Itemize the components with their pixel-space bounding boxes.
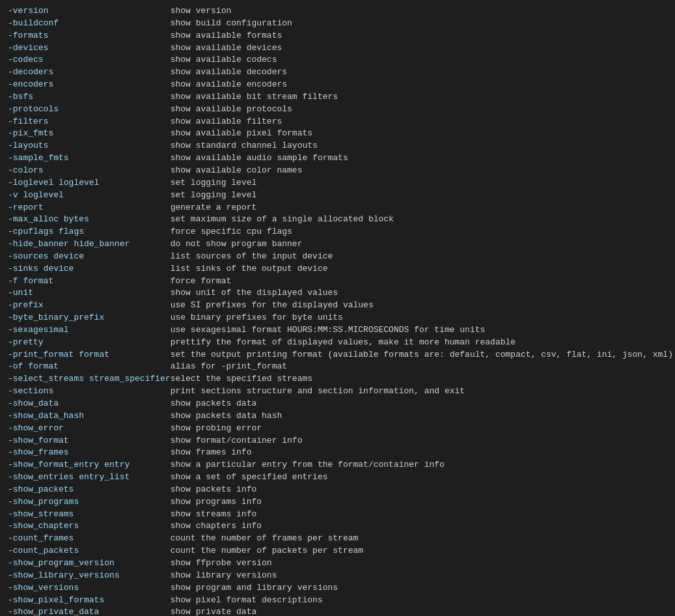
flag-text: -pix_fmts bbox=[8, 128, 171, 138]
flag-text: -loglevel loglevel bbox=[8, 178, 171, 188]
flag-text: -decoders bbox=[8, 67, 171, 77]
flag-text: -formats bbox=[8, 31, 171, 40]
desc-text: show version bbox=[171, 6, 232, 16]
desc-text: show streams info bbox=[171, 509, 257, 519]
flag-text: -bsfs bbox=[8, 92, 171, 102]
desc-text: show standard channel layouts bbox=[171, 141, 318, 150]
flag-text: -show_data bbox=[8, 399, 171, 408]
terminal-output: -version show version -buildconf show bu… bbox=[8, 5, 667, 616]
desc-text: show packets info bbox=[171, 484, 257, 494]
desc-text: show available codecs bbox=[171, 55, 277, 64]
flag-text: -show_library_versions bbox=[8, 570, 171, 580]
flag-text: -protocols bbox=[8, 104, 171, 114]
flag-text: -show_entries entry_list bbox=[8, 472, 171, 482]
flag-text: -sinks device bbox=[8, 264, 171, 273]
desc-text: show library versions bbox=[171, 570, 277, 580]
flag-text: -max_alloc bytes bbox=[8, 214, 171, 224]
desc-text: show probing error bbox=[171, 423, 262, 433]
desc-text: show unit of the displayed values bbox=[171, 288, 338, 298]
desc-text: show available encoders bbox=[171, 79, 287, 89]
desc-text: print sections structure and section inf… bbox=[171, 386, 465, 396]
flag-text: -byte_binary_prefix bbox=[8, 313, 171, 322]
flag-text: -show_chapters bbox=[8, 521, 171, 531]
desc-text: prettify the format of displayed values,… bbox=[171, 337, 516, 347]
flag-text: -sexagesimal bbox=[8, 325, 171, 335]
desc-text: alias for -print_format bbox=[171, 361, 287, 371]
flag-text: -cpuflags flags bbox=[8, 227, 171, 236]
desc-text: show available protocols bbox=[171, 104, 292, 114]
flag-text: -show_format bbox=[8, 436, 171, 445]
flag-text: -show_error bbox=[8, 423, 171, 433]
desc-text: show ffprobe version bbox=[171, 558, 272, 568]
flag-text: -unit bbox=[8, 288, 171, 298]
desc-text: show a set of specified entries bbox=[171, 472, 328, 482]
flag-text: -sources device bbox=[8, 251, 171, 261]
desc-text: show available formats bbox=[171, 31, 282, 40]
flag-text: -report bbox=[8, 203, 171, 212]
flag-text: -show_versions bbox=[8, 583, 171, 593]
desc-text: show chapters info bbox=[171, 521, 262, 531]
desc-text: set logging level bbox=[171, 190, 257, 200]
flag-text: -codecs bbox=[8, 55, 171, 64]
desc-text: set logging level bbox=[171, 178, 257, 188]
flag-text: -layouts bbox=[8, 141, 171, 150]
desc-text: generate a report bbox=[171, 203, 257, 212]
flag-text: -show_data_hash bbox=[8, 411, 171, 421]
desc-text: show a particular entry from the format/… bbox=[171, 460, 445, 469]
flag-text: -pretty bbox=[8, 337, 171, 347]
desc-text: set maximum size of a single allocated b… bbox=[171, 214, 394, 224]
desc-text: list sources of the input device bbox=[171, 251, 333, 261]
flag-text: -filters bbox=[8, 117, 171, 126]
flag-text: -prefix bbox=[8, 300, 171, 310]
desc-text: show pixel format descriptions bbox=[171, 595, 323, 605]
desc-text: set the output printing format (availabl… bbox=[171, 350, 673, 359]
desc-text: show programs info bbox=[171, 497, 262, 507]
flag-text: -show_programs bbox=[8, 497, 171, 507]
flag-text: -count_packets bbox=[8, 546, 171, 555]
desc-text: force format bbox=[171, 276, 232, 286]
flag-text: -sections bbox=[8, 386, 171, 396]
desc-text: show format/container info bbox=[171, 436, 303, 445]
desc-text: force specific cpu flags bbox=[171, 227, 292, 236]
flag-text: -encoders bbox=[8, 79, 171, 89]
flag-text: -show_private_data bbox=[8, 607, 171, 616]
desc-text: show available filters bbox=[171, 117, 282, 126]
desc-text: show available decoders bbox=[171, 67, 287, 77]
flag-text: -show_format_entry entry bbox=[8, 460, 171, 469]
desc-text: count the number of packets per stream bbox=[171, 546, 363, 555]
flag-text: -show_streams bbox=[8, 509, 171, 519]
desc-text: use SI prefixes for the displayed values bbox=[171, 300, 374, 310]
desc-text: select the specified streams bbox=[171, 374, 312, 384]
desc-text: show program and library versions bbox=[171, 583, 338, 593]
flag-text: -sample_fmts bbox=[8, 153, 171, 163]
desc-text: count the number of frames per stream bbox=[171, 533, 359, 543]
desc-text: show frames info bbox=[171, 447, 252, 457]
flag-text: -select_streams stream_specifier bbox=[8, 374, 171, 384]
desc-text: list sinks of the output device bbox=[171, 264, 328, 273]
flag-text: -of format bbox=[8, 361, 171, 371]
desc-text: show private data bbox=[171, 607, 257, 616]
desc-text: show packets data hash bbox=[171, 411, 282, 421]
desc-text: show available bit stream filters bbox=[171, 92, 338, 102]
flag-text: -f format bbox=[8, 276, 171, 286]
flag-text: -show_frames bbox=[8, 447, 171, 457]
desc-text: show packets data bbox=[171, 399, 257, 408]
flag-text: -version bbox=[8, 6, 171, 16]
desc-text: use sexagesimal format HOURS:MM:SS.MICRO… bbox=[171, 325, 486, 335]
flag-text: -show_program_version bbox=[8, 558, 171, 568]
flag-text: -v loglevel bbox=[8, 190, 171, 200]
desc-text: do not show program banner bbox=[171, 239, 303, 249]
flag-text: -show_packets bbox=[8, 484, 171, 494]
desc-text: show build configuration bbox=[171, 18, 292, 28]
flag-text: -hide_banner hide_banner bbox=[8, 239, 171, 249]
desc-text: show available color names bbox=[171, 165, 303, 175]
desc-text: show available pixel formats bbox=[171, 128, 312, 138]
desc-text: show available audio sample formats bbox=[171, 153, 348, 163]
flag-text: -devices bbox=[8, 43, 171, 53]
flag-text: -count_frames bbox=[8, 533, 171, 543]
flag-text: -print_format format bbox=[8, 350, 171, 359]
desc-text: show available devices bbox=[171, 43, 282, 53]
flag-text: -colors bbox=[8, 165, 171, 175]
flag-text: -buildconf bbox=[8, 18, 171, 28]
flag-text: -show_pixel_formats bbox=[8, 595, 171, 605]
